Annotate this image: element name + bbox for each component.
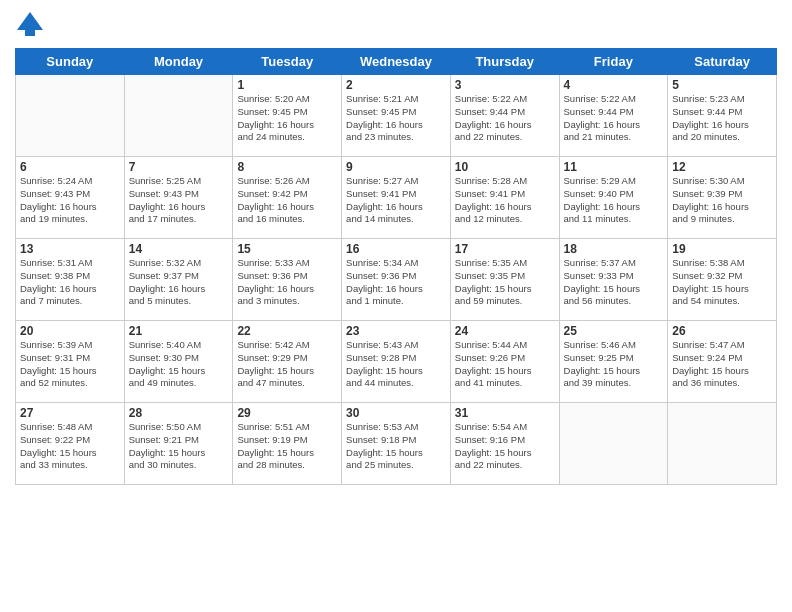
- header: [15, 10, 777, 40]
- day-info: Sunrise: 5:43 AMSunset: 9:28 PMDaylight:…: [346, 339, 446, 390]
- calendar-cell: 30Sunrise: 5:53 AMSunset: 9:18 PMDayligh…: [342, 403, 451, 485]
- day-number: 15: [237, 242, 337, 256]
- day-number: 9: [346, 160, 446, 174]
- day-number: 4: [564, 78, 664, 92]
- calendar-cell: 26Sunrise: 5:47 AMSunset: 9:24 PMDayligh…: [668, 321, 777, 403]
- calendar-cell: 1Sunrise: 5:20 AMSunset: 9:45 PMDaylight…: [233, 75, 342, 157]
- calendar: SundayMondayTuesdayWednesdayThursdayFrid…: [15, 48, 777, 485]
- svg-rect-1: [25, 30, 35, 36]
- calendar-cell: 6Sunrise: 5:24 AMSunset: 9:43 PMDaylight…: [16, 157, 125, 239]
- day-info: Sunrise: 5:33 AMSunset: 9:36 PMDaylight:…: [237, 257, 337, 308]
- day-info: Sunrise: 5:25 AMSunset: 9:43 PMDaylight:…: [129, 175, 229, 226]
- calendar-cell: 14Sunrise: 5:32 AMSunset: 9:37 PMDayligh…: [124, 239, 233, 321]
- column-header-wednesday: Wednesday: [342, 49, 451, 75]
- calendar-cell: 27Sunrise: 5:48 AMSunset: 9:22 PMDayligh…: [16, 403, 125, 485]
- day-info: Sunrise: 5:34 AMSunset: 9:36 PMDaylight:…: [346, 257, 446, 308]
- day-number: 10: [455, 160, 555, 174]
- calendar-header-row: SundayMondayTuesdayWednesdayThursdayFrid…: [16, 49, 777, 75]
- day-number: 5: [672, 78, 772, 92]
- day-number: 23: [346, 324, 446, 338]
- day-info: Sunrise: 5:48 AMSunset: 9:22 PMDaylight:…: [20, 421, 120, 472]
- day-number: 12: [672, 160, 772, 174]
- calendar-cell: 2Sunrise: 5:21 AMSunset: 9:45 PMDaylight…: [342, 75, 451, 157]
- day-number: 28: [129, 406, 229, 420]
- day-info: Sunrise: 5:20 AMSunset: 9:45 PMDaylight:…: [237, 93, 337, 144]
- day-info: Sunrise: 5:37 AMSunset: 9:33 PMDaylight:…: [564, 257, 664, 308]
- calendar-cell: 17Sunrise: 5:35 AMSunset: 9:35 PMDayligh…: [450, 239, 559, 321]
- day-number: 31: [455, 406, 555, 420]
- day-number: 19: [672, 242, 772, 256]
- calendar-cell: 7Sunrise: 5:25 AMSunset: 9:43 PMDaylight…: [124, 157, 233, 239]
- calendar-cell: 12Sunrise: 5:30 AMSunset: 9:39 PMDayligh…: [668, 157, 777, 239]
- day-info: Sunrise: 5:29 AMSunset: 9:40 PMDaylight:…: [564, 175, 664, 226]
- calendar-cell: 19Sunrise: 5:38 AMSunset: 9:32 PMDayligh…: [668, 239, 777, 321]
- column-header-friday: Friday: [559, 49, 668, 75]
- day-number: 26: [672, 324, 772, 338]
- day-number: 27: [20, 406, 120, 420]
- calendar-cell: [668, 403, 777, 485]
- day-info: Sunrise: 5:26 AMSunset: 9:42 PMDaylight:…: [237, 175, 337, 226]
- day-info: Sunrise: 5:28 AMSunset: 9:41 PMDaylight:…: [455, 175, 555, 226]
- calendar-cell: 4Sunrise: 5:22 AMSunset: 9:44 PMDaylight…: [559, 75, 668, 157]
- calendar-cell: 24Sunrise: 5:44 AMSunset: 9:26 PMDayligh…: [450, 321, 559, 403]
- day-number: 7: [129, 160, 229, 174]
- day-info: Sunrise: 5:22 AMSunset: 9:44 PMDaylight:…: [564, 93, 664, 144]
- column-header-thursday: Thursday: [450, 49, 559, 75]
- calendar-cell: 25Sunrise: 5:46 AMSunset: 9:25 PMDayligh…: [559, 321, 668, 403]
- calendar-cell: 13Sunrise: 5:31 AMSunset: 9:38 PMDayligh…: [16, 239, 125, 321]
- calendar-week-5: 27Sunrise: 5:48 AMSunset: 9:22 PMDayligh…: [16, 403, 777, 485]
- day-info: Sunrise: 5:23 AMSunset: 9:44 PMDaylight:…: [672, 93, 772, 144]
- column-header-sunday: Sunday: [16, 49, 125, 75]
- calendar-cell: 18Sunrise: 5:37 AMSunset: 9:33 PMDayligh…: [559, 239, 668, 321]
- day-info: Sunrise: 5:30 AMSunset: 9:39 PMDaylight:…: [672, 175, 772, 226]
- day-number: 13: [20, 242, 120, 256]
- day-info: Sunrise: 5:51 AMSunset: 9:19 PMDaylight:…: [237, 421, 337, 472]
- day-number: 25: [564, 324, 664, 338]
- day-number: 3: [455, 78, 555, 92]
- calendar-cell: 16Sunrise: 5:34 AMSunset: 9:36 PMDayligh…: [342, 239, 451, 321]
- calendar-cell: 5Sunrise: 5:23 AMSunset: 9:44 PMDaylight…: [668, 75, 777, 157]
- calendar-cell: 31Sunrise: 5:54 AMSunset: 9:16 PMDayligh…: [450, 403, 559, 485]
- day-info: Sunrise: 5:27 AMSunset: 9:41 PMDaylight:…: [346, 175, 446, 226]
- day-info: Sunrise: 5:24 AMSunset: 9:43 PMDaylight:…: [20, 175, 120, 226]
- calendar-cell: [16, 75, 125, 157]
- day-info: Sunrise: 5:46 AMSunset: 9:25 PMDaylight:…: [564, 339, 664, 390]
- day-number: 1: [237, 78, 337, 92]
- day-number: 8: [237, 160, 337, 174]
- calendar-cell: [559, 403, 668, 485]
- svg-marker-0: [17, 12, 43, 30]
- calendar-cell: 22Sunrise: 5:42 AMSunset: 9:29 PMDayligh…: [233, 321, 342, 403]
- day-number: 18: [564, 242, 664, 256]
- day-number: 29: [237, 406, 337, 420]
- day-info: Sunrise: 5:38 AMSunset: 9:32 PMDaylight:…: [672, 257, 772, 308]
- logo: [15, 10, 48, 40]
- day-number: 22: [237, 324, 337, 338]
- calendar-week-2: 6Sunrise: 5:24 AMSunset: 9:43 PMDaylight…: [16, 157, 777, 239]
- calendar-cell: 28Sunrise: 5:50 AMSunset: 9:21 PMDayligh…: [124, 403, 233, 485]
- calendar-cell: 15Sunrise: 5:33 AMSunset: 9:36 PMDayligh…: [233, 239, 342, 321]
- calendar-cell: 29Sunrise: 5:51 AMSunset: 9:19 PMDayligh…: [233, 403, 342, 485]
- day-info: Sunrise: 5:50 AMSunset: 9:21 PMDaylight:…: [129, 421, 229, 472]
- day-info: Sunrise: 5:31 AMSunset: 9:38 PMDaylight:…: [20, 257, 120, 308]
- day-number: 20: [20, 324, 120, 338]
- logo-icon: [15, 10, 45, 40]
- day-info: Sunrise: 5:47 AMSunset: 9:24 PMDaylight:…: [672, 339, 772, 390]
- calendar-cell: 21Sunrise: 5:40 AMSunset: 9:30 PMDayligh…: [124, 321, 233, 403]
- day-number: 14: [129, 242, 229, 256]
- day-number: 2: [346, 78, 446, 92]
- column-header-tuesday: Tuesday: [233, 49, 342, 75]
- calendar-week-1: 1Sunrise: 5:20 AMSunset: 9:45 PMDaylight…: [16, 75, 777, 157]
- day-info: Sunrise: 5:22 AMSunset: 9:44 PMDaylight:…: [455, 93, 555, 144]
- day-number: 21: [129, 324, 229, 338]
- day-number: 11: [564, 160, 664, 174]
- day-info: Sunrise: 5:32 AMSunset: 9:37 PMDaylight:…: [129, 257, 229, 308]
- calendar-cell: 10Sunrise: 5:28 AMSunset: 9:41 PMDayligh…: [450, 157, 559, 239]
- calendar-cell: [124, 75, 233, 157]
- column-header-saturday: Saturday: [668, 49, 777, 75]
- column-header-monday: Monday: [124, 49, 233, 75]
- calendar-week-4: 20Sunrise: 5:39 AMSunset: 9:31 PMDayligh…: [16, 321, 777, 403]
- day-info: Sunrise: 5:54 AMSunset: 9:16 PMDaylight:…: [455, 421, 555, 472]
- day-info: Sunrise: 5:39 AMSunset: 9:31 PMDaylight:…: [20, 339, 120, 390]
- calendar-cell: 3Sunrise: 5:22 AMSunset: 9:44 PMDaylight…: [450, 75, 559, 157]
- day-info: Sunrise: 5:42 AMSunset: 9:29 PMDaylight:…: [237, 339, 337, 390]
